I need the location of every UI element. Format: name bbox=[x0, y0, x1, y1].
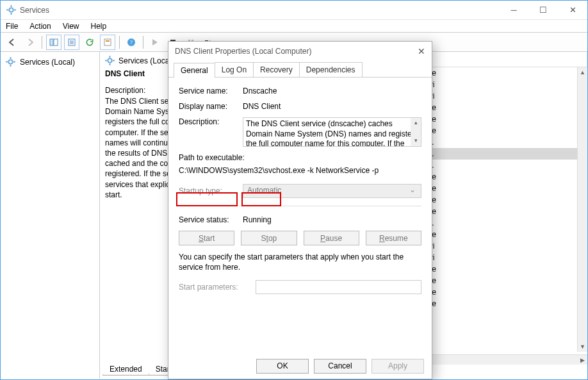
gear-icon bbox=[105, 56, 115, 65]
show-hide-tree-button[interactable] bbox=[46, 35, 61, 50]
pause-button[interactable]: Pause bbox=[304, 231, 359, 245]
svg-point-19 bbox=[8, 60, 12, 63]
svg-point-0 bbox=[9, 8, 13, 12]
properties-dialog: DNS Client Properties (Local Computer) ✕… bbox=[168, 41, 432, 379]
window-title: Services bbox=[20, 6, 49, 15]
export-list-button[interactable] bbox=[64, 35, 79, 50]
stop-button[interactable]: Stop bbox=[241, 231, 297, 245]
startup-type-select[interactable]: Automatic bbox=[243, 184, 421, 198]
dialog-tabs: General Log On Recovery Dependencies bbox=[168, 61, 432, 78]
svg-rect-6 bbox=[54, 39, 58, 45]
start-params-input bbox=[256, 280, 421, 294]
ok-button[interactable]: OK bbox=[256, 359, 309, 374]
scroll-up-icon[interactable]: ▲ bbox=[578, 67, 588, 78]
properties-button[interactable] bbox=[100, 35, 115, 50]
minimize-button[interactable]: ─ bbox=[499, 1, 528, 20]
svg-rect-12 bbox=[106, 40, 110, 42]
tab-dependencies[interactable]: Dependencies bbox=[299, 62, 363, 77]
svg-point-24 bbox=[108, 58, 111, 62]
service-name-label: Service name: bbox=[179, 87, 243, 95]
display-name-value: DNS Client bbox=[243, 102, 421, 111]
tab-logon[interactable]: Log On bbox=[215, 62, 254, 77]
forward-button[interactable] bbox=[22, 35, 38, 50]
help-button[interactable]: ? bbox=[124, 35, 139, 50]
app-icon bbox=[6, 5, 16, 15]
resume-button[interactable]: Resume bbox=[366, 231, 421, 245]
tree-pane: Services (Local) bbox=[1, 52, 100, 379]
menu-view[interactable]: View bbox=[63, 22, 79, 31]
close-button[interactable]: ✕ bbox=[558, 1, 587, 20]
gear-icon bbox=[6, 57, 16, 67]
tree-item-label: Services (Local) bbox=[20, 58, 75, 67]
refresh-button[interactable] bbox=[82, 35, 97, 50]
path-label: Path to executable: bbox=[179, 153, 421, 162]
dialog-title: DNS Client Properties (Local Computer) bbox=[175, 47, 311, 56]
start-service-button[interactable] bbox=[147, 35, 163, 50]
startup-type-label: Startup type: bbox=[179, 186, 243, 195]
apply-button[interactable]: Apply bbox=[372, 359, 424, 374]
vertical-scrollbar[interactable]: ▲ ▼ bbox=[577, 67, 587, 352]
tree-item-services-local[interactable]: Services (Local) bbox=[4, 56, 95, 69]
tab-recovery[interactable]: Recovery bbox=[253, 62, 300, 77]
start-params-label: Start parameters: bbox=[179, 283, 249, 292]
description-textarea[interactable]: The DNS Client service (dnscache) caches… bbox=[243, 117, 421, 147]
menubar: File Action View Help bbox=[1, 20, 587, 33]
description-label: Description: bbox=[179, 117, 243, 147]
path-value: C:\WINDOWS\system32\svchost.exe -k Netwo… bbox=[179, 166, 421, 175]
start-button[interactable]: Start bbox=[179, 231, 234, 245]
maximize-button[interactable]: ☐ bbox=[528, 1, 558, 20]
service-status-label: Service status: bbox=[179, 215, 243, 224]
svg-text:?: ? bbox=[130, 39, 133, 45]
svg-rect-11 bbox=[104, 39, 111, 45]
textarea-scrollbar[interactable]: ▴▾ bbox=[411, 118, 421, 146]
menu-action[interactable]: Action bbox=[29, 22, 51, 31]
service-name-value: Dnscache bbox=[243, 87, 421, 95]
dialog-close-button[interactable]: ✕ bbox=[418, 46, 425, 56]
back-button[interactable] bbox=[4, 35, 20, 50]
scroll-down-icon[interactable]: ▼ bbox=[578, 342, 588, 352]
menu-file[interactable]: File bbox=[6, 22, 18, 31]
start-params-info: You can specify the start parameters tha… bbox=[179, 252, 421, 272]
tab-extended[interactable]: Extended bbox=[102, 363, 149, 376]
tab-general[interactable]: General bbox=[174, 63, 215, 78]
window-titlebar: Services ─ ☐ ✕ bbox=[1, 1, 587, 20]
service-status-value: Running bbox=[243, 215, 421, 224]
pane-heading: Services (Local) bbox=[118, 56, 174, 65]
cancel-button[interactable]: Cancel bbox=[314, 359, 366, 374]
scroll-right-icon[interactable]: ▶ bbox=[577, 355, 587, 365]
menu-help[interactable]: Help bbox=[91, 22, 107, 31]
svg-rect-5 bbox=[50, 39, 53, 45]
display-name-label: Display name: bbox=[179, 102, 243, 111]
